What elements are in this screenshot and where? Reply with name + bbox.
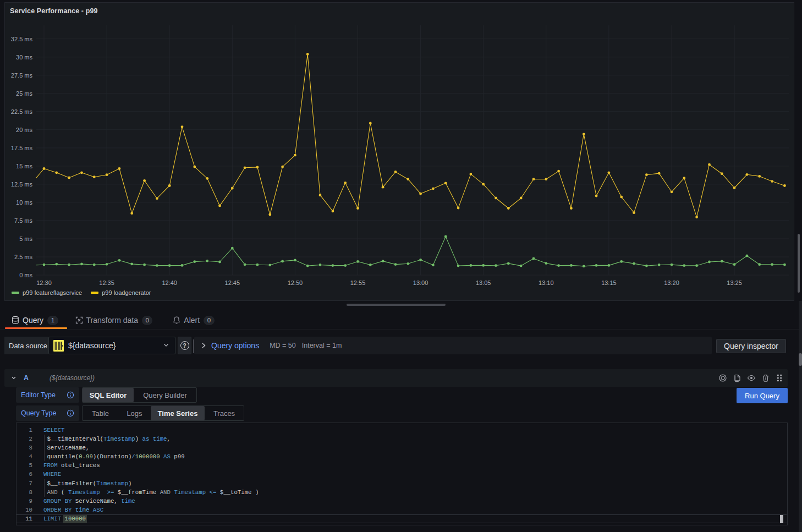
svg-text:15 ms: 15 ms <box>16 163 32 169</box>
svg-text:20 ms: 20 ms <box>16 127 32 133</box>
svg-text:12:35: 12:35 <box>99 279 114 286</box>
svg-text:7.5 ms: 7.5 ms <box>14 217 33 224</box>
svg-text:13:20: 13:20 <box>664 279 679 286</box>
svg-text:13:00: 13:00 <box>413 279 429 286</box>
svg-text:12:45: 12:45 <box>225 279 240 286</box>
svg-text:2.5 ms: 2.5 ms <box>14 254 33 260</box>
svg-text:12:40: 12:40 <box>162 279 177 286</box>
svg-text:32.5 ms: 32.5 ms <box>11 36 33 42</box>
svg-text:30 ms: 30 ms <box>16 54 32 61</box>
svg-text:12:55: 12:55 <box>350 279 366 286</box>
svg-text:17.5 ms: 17.5 ms <box>11 145 33 151</box>
svg-text:13:25: 13:25 <box>727 279 742 286</box>
svg-text:13:05: 13:05 <box>476 279 491 286</box>
svg-text:5 ms: 5 ms <box>19 235 32 242</box>
svg-text:13:10: 13:10 <box>539 279 554 286</box>
svg-text:10 ms: 10 ms <box>16 199 32 206</box>
svg-text:0 ms: 0 ms <box>19 272 32 278</box>
svg-text:12:50: 12:50 <box>288 279 303 286</box>
svg-text:22.5 ms: 22.5 ms <box>11 108 33 115</box>
svg-text:13:15: 13:15 <box>601 279 617 286</box>
svg-text:12.5 ms: 12.5 ms <box>11 181 33 188</box>
svg-text:27.5 ms: 27.5 ms <box>11 72 33 79</box>
svg-text:25 ms: 25 ms <box>16 90 32 97</box>
svg-text:12:30: 12:30 <box>36 279 52 286</box>
